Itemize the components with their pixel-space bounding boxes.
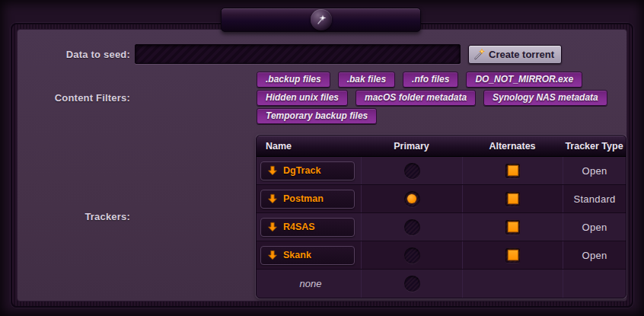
- primary-radio[interactable]: [404, 219, 420, 235]
- filter-chip[interactable]: Synology NAS metadata: [483, 90, 607, 106]
- tracker-name-button[interactable]: Postman: [260, 190, 355, 209]
- tracker-name-label: DgTrack: [283, 165, 320, 176]
- column-header-name: Name: [257, 136, 361, 156]
- download-arrow-icon: [267, 193, 278, 204]
- wand-bar-button[interactable]: [221, 8, 421, 32]
- tracker-type: Standard: [573, 193, 615, 205]
- main-panel: Data to seed: Create torrent Content Fil…: [17, 29, 627, 302]
- data-to-seed-input[interactable]: [135, 44, 461, 64]
- tracker-name-label: Skank: [283, 250, 311, 260]
- alternates-checkbox[interactable]: [505, 220, 520, 235]
- alternates-checkbox[interactable]: [505, 192, 520, 206]
- tracker-name-button[interactable]: R4SAS: [260, 218, 355, 237]
- primary-radio[interactable]: [404, 163, 420, 179]
- tracker-type: Open: [582, 222, 607, 233]
- tracker-row: Postman Standard: [257, 185, 626, 213]
- filter-chip[interactable]: DO_NOT_MIRROR.exe: [466, 72, 582, 88]
- data-to-seed-row: Data to seed: Create torrent: [18, 43, 626, 65]
- content-filters-label: Content Filters:: [18, 92, 135, 104]
- filter-chip[interactable]: .nfo files: [403, 72, 458, 88]
- filter-chip[interactable]: Hidden unix files: [257, 90, 348, 106]
- trackers-row: Trackers: Name Primary Alternates Tracke…: [18, 135, 626, 298]
- create-torrent-button[interactable]: Create torrent: [468, 45, 562, 64]
- tracker-name-button[interactable]: DgTrack: [260, 161, 355, 180]
- filter-chip[interactable]: macOS folder metadata: [355, 90, 476, 106]
- alternates-checkbox[interactable]: [505, 248, 520, 263]
- column-header-alternates: Alternates: [462, 136, 563, 156]
- trackers-label: Trackers:: [18, 211, 135, 222]
- column-header-primary: Primary: [361, 136, 462, 156]
- tracker-name-button[interactable]: Skank: [260, 246, 355, 265]
- magic-wand-icon: [473, 48, 486, 60]
- download-arrow-icon: [267, 165, 278, 176]
- primary-radio[interactable]: [404, 191, 420, 207]
- content-filter-chips: .backup files .bak files .nfo files DO_N…: [257, 72, 622, 124]
- tracker-row: R4SAS Open: [257, 213, 626, 241]
- tracker-name-label: Postman: [283, 193, 324, 204]
- main-panel-frame: Data to seed: Create torrent Content Fil…: [11, 23, 633, 308]
- download-arrow-icon: [267, 222, 278, 232]
- primary-radio[interactable]: [404, 276, 420, 292]
- filter-chip[interactable]: .bak files: [338, 72, 395, 88]
- column-header-tracker-type: Tracker Type: [563, 136, 626, 156]
- tracker-row-none: none: [257, 270, 626, 298]
- content-filters-row: Content Filters: .backup files .bak file…: [18, 72, 626, 124]
- filter-chip[interactable]: .backup files: [257, 72, 330, 88]
- download-arrow-icon: [267, 250, 278, 260]
- alternates-checkbox[interactable]: [505, 164, 520, 178]
- magic-wand-orb-icon: [311, 9, 332, 30]
- trackers-table-header: Name Primary Alternates Tracker Type: [257, 136, 626, 157]
- primary-radio[interactable]: [404, 247, 420, 263]
- trackers-table: Name Primary Alternates Tracker Type DgT…: [256, 135, 626, 298]
- tracker-type: Open: [582, 165, 607, 177]
- tracker-row: Skank Open: [257, 241, 626, 270]
- tracker-row: DgTrack Open: [257, 157, 626, 185]
- create-torrent-label: Create torrent: [489, 49, 554, 60]
- tracker-name-label: R4SAS: [283, 222, 315, 232]
- tracker-type: Open: [582, 250, 607, 261]
- filter-chip[interactable]: Temporary backup files: [257, 108, 377, 124]
- tracker-none-label: none: [260, 278, 361, 289]
- data-to-seed-label: Data to seed:: [18, 49, 135, 60]
